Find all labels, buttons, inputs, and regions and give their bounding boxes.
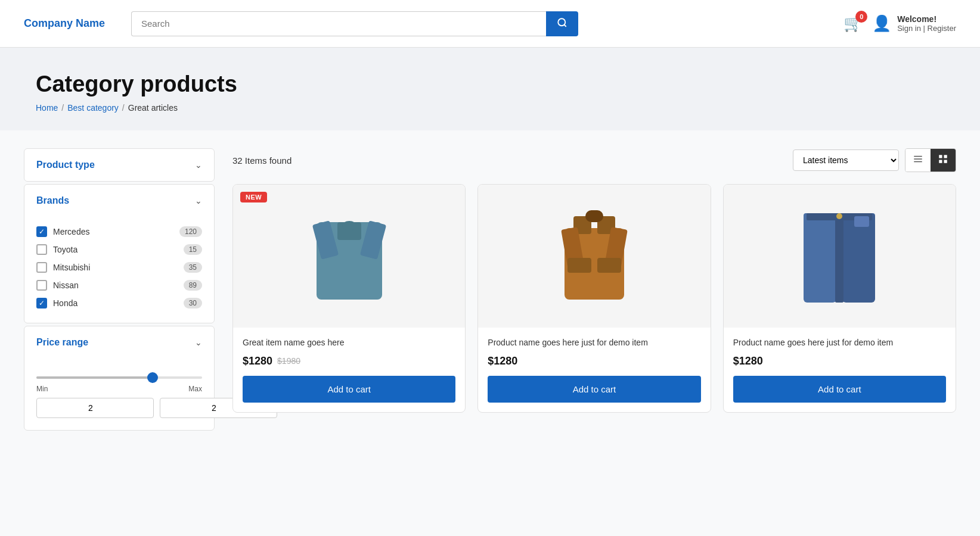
svg-rect-7 xyxy=(939,160,942,163)
brand-item: Mitsubishi 35 xyxy=(36,258,202,276)
register-link[interactable]: Register xyxy=(928,24,956,33)
product-type-header[interactable]: Product type ⌄ xyxy=(24,149,214,181)
search-button[interactable] xyxy=(546,11,578,36)
add-to-cart-button[interactable]: Add to cart xyxy=(488,376,700,403)
brand-checkbox[interactable] xyxy=(36,262,47,273)
price-max-label: Max xyxy=(188,385,202,393)
price-min-input[interactable] xyxy=(36,398,154,418)
hero-section: Category products Home / Best category /… xyxy=(0,48,980,130)
price-range-header[interactable]: Price range ⌄ xyxy=(24,326,214,359)
items-found: 32 Items found xyxy=(232,155,291,166)
breadcrumb-home[interactable]: Home xyxy=(36,103,58,113)
view-grid-button[interactable] xyxy=(931,149,956,172)
brand-count: 30 xyxy=(184,298,202,308)
product-name: Product name goes here just for demo ite… xyxy=(733,337,946,349)
brand-left: ✓ Honda xyxy=(36,298,77,308)
svg-rect-17 xyxy=(585,210,603,222)
brand-checkbox[interactable] xyxy=(36,280,47,291)
svg-rect-25 xyxy=(835,213,843,303)
site-header: Company Name 🛒 0 👤 Welcome! Sign in | Re… xyxy=(0,0,980,48)
brand-name: Nissan xyxy=(53,281,79,290)
svg-rect-3 xyxy=(914,158,922,160)
brand-count: 120 xyxy=(179,226,202,237)
brands-label: Brands xyxy=(36,195,69,206)
brand-item: ✓ Honda 30 xyxy=(36,294,202,312)
brand-checkbox[interactable] xyxy=(36,244,47,255)
product-info: Product name goes here just for demo ite… xyxy=(724,328,956,412)
product-image-area xyxy=(724,185,956,328)
breadcrumb-category[interactable]: Best category xyxy=(67,103,119,113)
brands-header[interactable]: Brands ⌄ xyxy=(24,185,214,217)
list-icon xyxy=(913,154,923,164)
price-slider-thumb[interactable] xyxy=(147,372,158,383)
price-slider-fill xyxy=(36,376,153,379)
product-price-row: $1280 xyxy=(488,355,700,367)
products-toolbar: 32 Items found Latest itemsPrice: Low to… xyxy=(232,148,956,172)
svg-rect-5 xyxy=(939,155,942,158)
page-title: Category products xyxy=(36,71,944,97)
price-current: $1280 xyxy=(733,355,763,367)
price-range-filter: Price range ⌄ Min Max xyxy=(24,326,215,431)
svg-rect-21 xyxy=(597,258,621,273)
svg-point-0 xyxy=(558,18,565,26)
sign-in-link[interactable]: Sign in xyxy=(897,24,921,33)
brand-name: Honda xyxy=(53,298,77,308)
price-inputs xyxy=(36,398,202,418)
toolbar-right: Latest itemsPrice: Low to HighPrice: Hig… xyxy=(793,148,956,172)
brand-name: Mercedes xyxy=(53,227,89,236)
sidebar: Product type ⌄ Brands ⌄ ✓ Mercedes 120 T… xyxy=(24,148,215,506)
price-original: $1980 xyxy=(277,356,300,366)
svg-line-1 xyxy=(564,24,566,26)
product-type-filter: Product type ⌄ xyxy=(24,148,215,182)
price-slider-track[interactable] xyxy=(36,376,202,379)
product-card: Product name goes here just for demo ite… xyxy=(723,184,956,413)
products-grid: NEW Great item name goes here $1280 $198… xyxy=(232,184,956,413)
brand-left: ✓ Mercedes xyxy=(36,226,89,237)
company-logo[interactable]: Company Name xyxy=(24,17,119,30)
product-info: Great item name goes here $1280 $1980 Ad… xyxy=(233,328,465,412)
brand-checkbox[interactable]: ✓ xyxy=(36,226,47,237)
search-input[interactable] xyxy=(131,11,546,36)
product-name: Product name goes here just for demo ite… xyxy=(488,337,700,349)
product-card: NEW Great item name goes here $1280 $198… xyxy=(232,184,466,413)
product-name: Great item name goes here xyxy=(243,337,455,349)
search-icon xyxy=(557,17,567,28)
brand-count: 35 xyxy=(184,262,202,273)
sort-select[interactable]: Latest itemsPrice: Low to HighPrice: Hig… xyxy=(793,149,899,171)
product-image xyxy=(305,204,394,308)
product-badge-new: NEW xyxy=(240,192,267,202)
product-price-row: $1280 xyxy=(733,355,946,367)
user-text: Welcome! Sign in | Register xyxy=(897,14,956,33)
auth-links: Sign in | Register xyxy=(897,24,956,33)
breadcrumb-current: Great articles xyxy=(128,103,178,113)
product-image-area: NEW xyxy=(233,185,465,328)
view-list-button[interactable] xyxy=(905,149,931,172)
product-price-row: $1280 $1980 xyxy=(243,355,455,367)
main-content: Product type ⌄ Brands ⌄ ✓ Mercedes 120 T… xyxy=(0,130,980,523)
cart-button[interactable]: 🛒 0 xyxy=(843,14,863,33)
price-min-label: Min xyxy=(36,385,48,393)
brand-item: Nissan 89 xyxy=(36,276,202,294)
brands-body: ✓ Mercedes 120 Toyota 15 Mitsubishi 35 N… xyxy=(24,217,214,323)
view-toggle xyxy=(905,148,956,172)
brand-count: 15 xyxy=(184,244,202,255)
price-range-chevron: ⌄ xyxy=(195,338,202,347)
product-image xyxy=(550,204,639,308)
add-to-cart-button[interactable]: Add to cart xyxy=(733,376,946,403)
svg-rect-4 xyxy=(914,161,922,163)
brand-checkbox[interactable]: ✓ xyxy=(36,298,47,308)
products-area: 32 Items found Latest itemsPrice: Low to… xyxy=(232,148,956,506)
brand-left: Mitsubishi xyxy=(36,262,90,273)
cart-badge: 0 xyxy=(855,11,867,23)
brand-item: ✓ Mercedes 120 xyxy=(36,223,202,241)
svg-point-27 xyxy=(836,213,842,219)
product-type-label: Product type xyxy=(36,160,95,170)
add-to-cart-button[interactable]: Add to cart xyxy=(243,376,455,403)
svg-rect-20 xyxy=(567,258,591,273)
brands-filter: Brands ⌄ ✓ Mercedes 120 Toyota 15 Mitsub… xyxy=(24,184,215,323)
brand-name: Toyota xyxy=(53,245,77,254)
svg-rect-23 xyxy=(804,213,836,303)
user-area[interactable]: 👤 Welcome! Sign in | Register xyxy=(872,14,956,33)
product-type-chevron: ⌄ xyxy=(195,160,202,170)
brands-chevron: ⌄ xyxy=(195,196,202,205)
